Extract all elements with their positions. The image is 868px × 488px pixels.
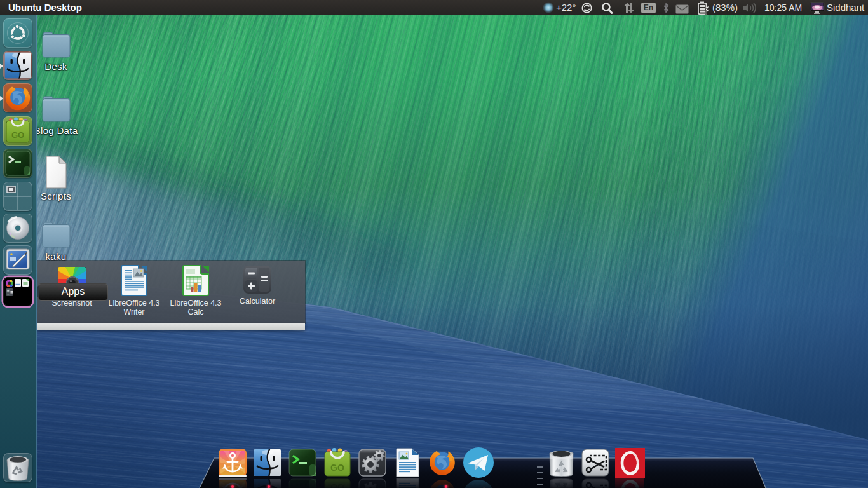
svg-text:GO: GO <box>11 130 24 140</box>
svg-text:GO: GO <box>330 463 344 473</box>
